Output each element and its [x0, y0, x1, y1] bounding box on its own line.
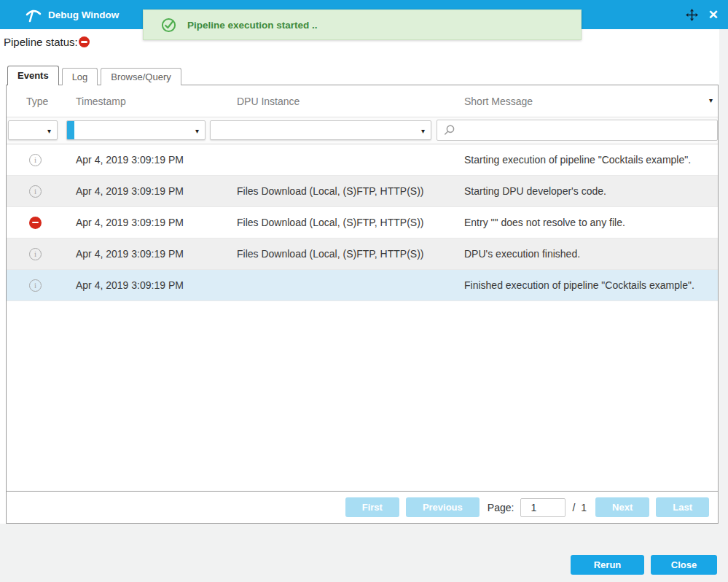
row-dpu-instance: Files Download (Local, (S)FTP, HTTP(S))	[225, 217, 458, 228]
tab-bar: Events Log Browse/Query	[7, 66, 181, 85]
column-menu-caret-icon[interactable]: ▾	[709, 96, 713, 104]
row-type-cell	[7, 154, 69, 166]
pipeline-status: Pipeline status:	[4, 36, 90, 48]
row-type-icon	[29, 154, 42, 166]
row-type-icon	[29, 217, 42, 229]
row-timestamp: Apr 4, 2019 3:09:19 PM	[69, 185, 225, 197]
page-total: / 1	[572, 502, 587, 513]
first-page-button[interactable]: First	[345, 497, 399, 517]
window-controls: ✕	[686, 0, 719, 29]
row-type-cell	[7, 217, 69, 229]
pipeline-status-label: Pipeline status:	[4, 36, 78, 48]
row-type-cell	[7, 185, 69, 198]
column-header-timestamp[interactable]: Timestamp	[69, 96, 225, 107]
row-type-cell	[7, 279, 69, 292]
timestamp-filter-select[interactable]: ▾	[66, 120, 206, 140]
page-label: Page:	[488, 502, 514, 513]
app-logo-icon	[25, 6, 42, 23]
chevron-down-icon: ▾	[195, 127, 199, 135]
table-row[interactable]: Apr 4, 2019 3:09:19 PM Files Download (L…	[7, 207, 718, 238]
search-icon	[443, 124, 455, 136]
row-message: Starting execution of pipeline "Cocktail…	[458, 154, 718, 166]
row-type-cell	[7, 248, 69, 260]
column-header-type[interactable]: Type	[7, 96, 69, 107]
events-panel: Type Timestamp DPU Instance Short Messag…	[6, 85, 719, 524]
tab-events[interactable]: Events	[7, 66, 59, 85]
rerun-button[interactable]: Rerun	[571, 555, 644, 575]
column-header-short-message[interactable]: Short Message	[458, 96, 718, 107]
close-window-icon[interactable]: ✕	[708, 9, 719, 21]
row-type-icon	[29, 185, 42, 198]
toast-success: Pipeline execution started ..	[143, 9, 582, 40]
table-row[interactable]: Apr 4, 2019 3:09:19 PM Finished executio…	[7, 270, 718, 301]
tab-log[interactable]: Log	[62, 68, 98, 85]
table-row[interactable]: Apr 4, 2019 3:09:19 PM Files Download (L…	[7, 176, 718, 207]
tab-browse-query[interactable]: Browse/Query	[101, 68, 181, 85]
table-body: Apr 4, 2019 3:09:19 PM Starting executio…	[7, 144, 718, 301]
row-type-icon	[29, 248, 42, 260]
previous-page-button[interactable]: Previous	[406, 497, 480, 517]
table-row[interactable]: Apr 4, 2019 3:09:19 PM Files Download (L…	[7, 238, 718, 270]
window-title: Debug Window	[48, 9, 119, 20]
row-timestamp: Apr 4, 2019 3:09:19 PM	[69, 217, 225, 228]
success-check-icon	[161, 18, 176, 33]
page-number-input[interactable]	[520, 498, 565, 517]
message-search-box	[437, 120, 718, 141]
row-dpu-instance: Files Download (Local, (S)FTP, HTTP(S))	[225, 185, 458, 197]
column-header-dpu-instance[interactable]: DPU Instance	[225, 96, 458, 107]
last-page-button[interactable]: Last	[656, 497, 709, 517]
next-page-button[interactable]: Next	[595, 497, 649, 517]
chevron-down-icon: ▾	[421, 127, 425, 135]
row-timestamp: Apr 4, 2019 3:09:19 PM	[69, 154, 225, 166]
table-row[interactable]: Apr 4, 2019 3:09:19 PM Starting executio…	[7, 144, 718, 176]
row-timestamp: Apr 4, 2019 3:09:19 PM	[69, 279, 225, 291]
row-message: Entry "" does not resolve to any file.	[458, 217, 718, 228]
row-message: Starting DPU developer's code.	[458, 185, 718, 197]
message-search-input[interactable]	[455, 120, 717, 140]
row-type-icon	[29, 279, 42, 292]
toast-message: Pipeline execution started ..	[187, 20, 318, 31]
right-margin	[719, 29, 728, 582]
move-window-icon[interactable]	[686, 9, 698, 21]
type-filter-select[interactable]: ▾	[8, 120, 58, 140]
footer-actions: Rerun Close	[571, 555, 717, 575]
total-pages: 1	[581, 502, 587, 513]
pipeline-status-error-icon	[79, 36, 90, 47]
pagination-bar: First Previous Page: / 1 Next Last	[7, 491, 718, 523]
table-header-row: Type Timestamp DPU Instance Short Messag…	[7, 85, 718, 117]
page-separator: /	[572, 502, 575, 513]
close-button[interactable]: Close	[651, 555, 717, 575]
filter-row: ▾ ▾ ▾	[7, 117, 718, 144]
row-message: Finished execution of pipeline "Cocktail…	[458, 279, 718, 291]
dpu-filter-select[interactable]: ▾	[210, 120, 431, 140]
row-dpu-instance: Files Download (Local, (S)FTP, HTTP(S))	[225, 248, 458, 260]
chevron-down-icon: ▾	[47, 127, 51, 135]
row-timestamp: Apr 4, 2019 3:09:19 PM	[69, 248, 225, 260]
row-message: DPU's execution finished.	[458, 248, 718, 260]
timestamp-filter-accent	[67, 121, 74, 139]
